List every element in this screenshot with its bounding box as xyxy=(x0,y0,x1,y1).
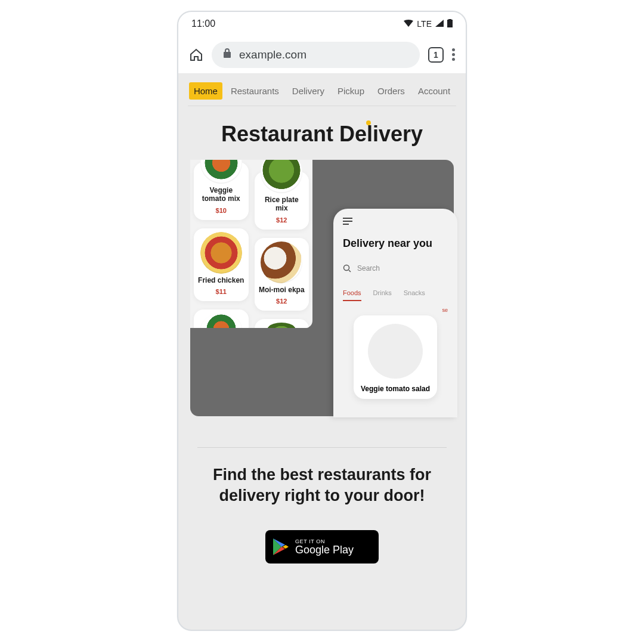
site-nav: Home Restaurants Delivery Pickup Orders … xyxy=(188,74,456,106)
network-label: LTE xyxy=(417,19,432,29)
tab-foods: Foods xyxy=(343,289,361,301)
play-store-icon xyxy=(273,538,289,556)
food-price: $12 xyxy=(276,298,287,305)
hero-showcase: Veggie tomato mix $10 Fried chicken $11 xyxy=(190,160,454,416)
food-image xyxy=(200,232,242,274)
home-icon[interactable] xyxy=(189,48,203,62)
clock: 11:00 xyxy=(191,18,215,29)
page-content: Home Restaurants Delivery Pickup Orders … xyxy=(178,74,466,564)
battery-icon xyxy=(447,19,453,29)
tab-snacks: Snacks xyxy=(404,289,425,301)
food-card xyxy=(255,319,309,328)
svg-line-1 xyxy=(349,270,351,272)
badge-store-name: Google Play xyxy=(295,544,354,556)
food-price: $11 xyxy=(216,288,227,295)
food-card: Rice plate mix $12 xyxy=(255,172,309,230)
featured-food-card: Veggie tomato salad xyxy=(354,315,437,399)
tab-drinks: Drinks xyxy=(373,289,392,301)
food-price: $12 xyxy=(276,216,287,224)
search-field: Search xyxy=(343,264,448,273)
food-name: Fried chicken xyxy=(198,276,244,284)
google-play-badge[interactable]: GET IT ON Google Play xyxy=(265,530,379,564)
nav-restaurants[interactable]: Restaurants xyxy=(226,82,284,100)
food-image xyxy=(200,160,242,184)
food-image xyxy=(200,313,242,328)
section-divider xyxy=(197,447,447,448)
food-name: Rice plate mix xyxy=(258,196,306,213)
wifi-icon xyxy=(404,19,413,29)
phone-frame: 11:00 LTE example.com 1 xyxy=(177,11,467,631)
food-card xyxy=(194,309,249,328)
food-name: Moi-moi ekpa xyxy=(259,286,305,294)
food-image xyxy=(368,324,423,379)
page-title: Restaurant Delivery xyxy=(188,122,456,147)
food-image xyxy=(261,323,302,328)
nav-home[interactable]: Home xyxy=(189,82,222,100)
url-text: example.com xyxy=(239,48,306,61)
cta-heading: Find the best restaurants for delivery r… xyxy=(188,465,456,506)
food-card: Moi-moi ekpa $12 xyxy=(255,238,309,311)
see-more-link: se xyxy=(343,307,448,313)
app-mock-search: Delivery near you Search Foods Drinks Sn… xyxy=(333,209,457,417)
svg-point-0 xyxy=(344,265,349,271)
address-bar[interactable]: example.com xyxy=(212,42,420,68)
nav-pickup[interactable]: Pickup xyxy=(333,82,369,100)
tab-switcher[interactable]: 1 xyxy=(428,47,444,63)
status-bar: 11:00 LTE xyxy=(178,12,466,36)
nav-orders[interactable]: Orders xyxy=(373,82,410,100)
signal-icon xyxy=(435,19,444,29)
app-mock-menu: Veggie tomato mix $10 Fried chicken $11 xyxy=(190,160,312,328)
lock-icon xyxy=(222,48,232,61)
nav-account[interactable]: Account xyxy=(413,82,455,100)
mock-title: Delivery near you xyxy=(343,237,448,250)
food-name: Veggie tomato mix xyxy=(197,186,245,203)
food-name: Veggie tomato salad xyxy=(361,385,430,393)
food-card: Fried chicken $11 xyxy=(194,228,249,301)
menu-icon xyxy=(343,221,352,222)
food-price: $10 xyxy=(216,207,227,214)
food-image xyxy=(261,160,302,193)
nav-delivery[interactable]: Delivery xyxy=(287,82,329,100)
food-image xyxy=(261,242,302,283)
browser-toolbar: example.com 1 xyxy=(178,36,466,74)
search-icon xyxy=(343,264,351,273)
category-tabs: Foods Drinks Snacks xyxy=(343,289,448,301)
overflow-menu-icon[interactable] xyxy=(452,48,455,61)
search-placeholder: Search xyxy=(357,264,380,273)
food-card: Veggie tomato mix $10 xyxy=(194,162,249,220)
